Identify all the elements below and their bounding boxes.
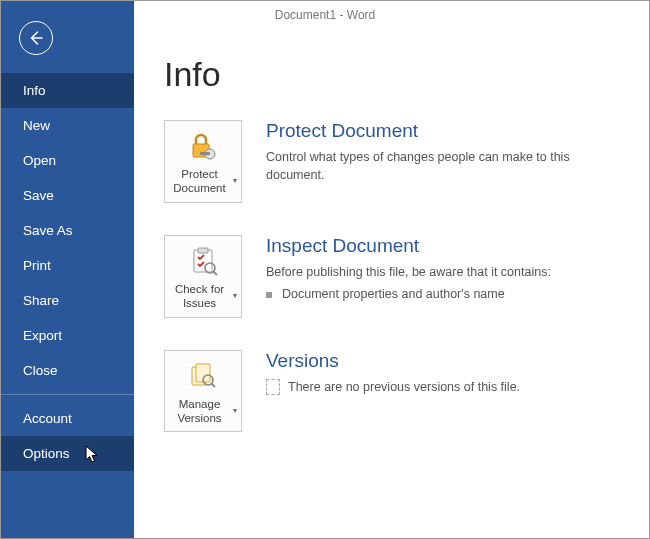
svg-line-6 — [214, 271, 218, 275]
chevron-down-icon: ▾ — [233, 291, 237, 301]
protect-button-label: Protect Document — [169, 167, 230, 196]
versions-section: Manage Versions▾ Versions There are no p… — [164, 350, 649, 433]
inspect-section: Check for Issues▾ Inspect Document Befor… — [164, 235, 649, 318]
protect-desc: Control what types of changes people can… — [266, 148, 629, 184]
versions-desc: There are no previous versions of this f… — [266, 378, 629, 396]
sidebar-item-save-as[interactable]: Save As — [1, 213, 134, 248]
sidebar-item-info[interactable]: Info — [1, 73, 134, 108]
sidebar-item-options[interactable]: Options — [1, 436, 134, 471]
sidebar-separator — [1, 394, 134, 395]
sidebar-item-new[interactable]: New — [1, 108, 134, 143]
file-icon — [266, 379, 280, 395]
chevron-down-icon: ▾ — [233, 406, 237, 416]
manage-versions-label: Manage Versions — [169, 397, 230, 426]
inspect-item: Document properties and author's name — [266, 285, 629, 303]
check-issues-label: Check for Issues — [169, 282, 230, 311]
arrow-left-icon — [27, 29, 45, 47]
protect-document-button[interactable]: Protect Document▾ — [164, 120, 242, 203]
svg-rect-2 — [200, 152, 210, 155]
sidebar-item-account[interactable]: Account — [1, 401, 134, 436]
sidebar: Info New Open Save Save As Print Share E… — [1, 1, 134, 538]
sidebar-item-export[interactable]: Export — [1, 318, 134, 353]
check-for-issues-button[interactable]: Check for Issues▾ — [164, 235, 242, 318]
page-title: Info — [164, 55, 649, 94]
main-panel: Info Protect Document▾ Protect Document — [134, 1, 649, 538]
sidebar-item-share[interactable]: Share — [1, 283, 134, 318]
sidebar-item-label: Options — [23, 446, 70, 461]
svg-rect-4 — [198, 248, 208, 253]
sidebar-item-close[interactable]: Close — [1, 353, 134, 388]
lock-icon — [186, 129, 220, 163]
versions-title: Versions — [266, 350, 629, 372]
sidebar-item-open[interactable]: Open — [1, 143, 134, 178]
inspect-desc: Before publishing this file, be aware th… — [266, 263, 629, 281]
sidebar-item-save[interactable]: Save — [1, 178, 134, 213]
backstage-view: Document1 - Word Info New Open Save Save… — [0, 0, 650, 539]
documents-icon — [186, 359, 220, 393]
protect-title: Protect Document — [266, 120, 629, 142]
chevron-down-icon: ▾ — [233, 176, 237, 186]
manage-versions-button[interactable]: Manage Versions▾ — [164, 350, 242, 433]
inspect-title: Inspect Document — [266, 235, 629, 257]
protect-section: Protect Document▾ Protect Document Contr… — [164, 120, 649, 203]
sidebar-item-print[interactable]: Print — [1, 248, 134, 283]
back-button[interactable] — [19, 21, 53, 55]
checklist-icon — [186, 244, 220, 278]
svg-line-10 — [212, 383, 216, 387]
cursor-icon — [85, 445, 101, 465]
